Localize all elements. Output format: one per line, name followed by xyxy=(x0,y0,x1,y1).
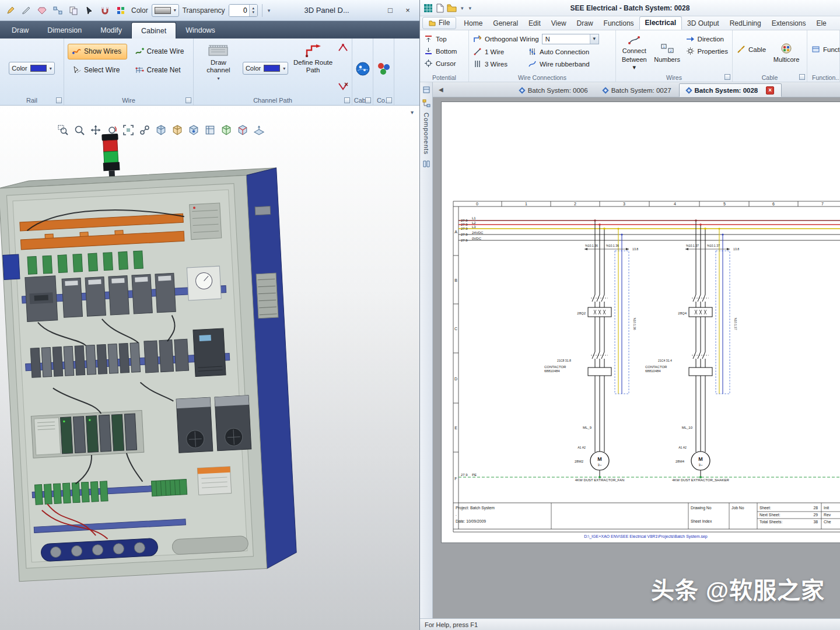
doc-tab-0027[interactable]: Batch System: 0027 xyxy=(596,83,679,97)
dialog-launcher-icon[interactable] xyxy=(56,97,62,103)
panel-menu-chevron-icon[interactable]: ▾ xyxy=(268,8,271,13)
multicore-label: Multicore xyxy=(774,56,800,63)
tab-3d-output[interactable]: 3D Output xyxy=(682,18,724,30)
drawing-canvas[interactable]: 0 1 2 3 4 5 6 7 A B C D E F xyxy=(433,97,840,618)
blade-icon[interactable] xyxy=(19,3,33,18)
tab-cabinet[interactable]: Cabinet xyxy=(131,22,176,38)
tab-draw[interactable]: Draw xyxy=(2,22,38,38)
cabinet-sphere-icon[interactable] xyxy=(355,61,370,76)
direction-button[interactable]: Direction xyxy=(684,33,730,45)
copy-icon[interactable] xyxy=(66,3,80,18)
connect-between-button[interactable]: Connect Between ▾ xyxy=(618,33,650,73)
tab-file[interactable]: File xyxy=(422,17,456,29)
tab-functions[interactable]: Functions xyxy=(598,18,639,30)
ribbon-collapse-chevron-icon[interactable]: ▾ xyxy=(411,109,414,116)
tab-draw[interactable]: Draw xyxy=(572,18,598,30)
dialog-launcher-icon[interactable] xyxy=(386,97,392,103)
route-tool-icon[interactable] xyxy=(338,43,348,52)
create-wire-button[interactable]: Create Wire xyxy=(131,44,190,60)
one-wire-button[interactable]: 1 Wire xyxy=(471,46,526,58)
transparency-stepper[interactable]: ▲▼ xyxy=(229,4,258,17)
chevron-down-icon: ▾ xyxy=(174,8,176,13)
see-ribbon: Top Bottom Cursor Potential Orthogonal W… xyxy=(420,30,840,82)
doc-tab-0006[interactable]: Batch System: 0006 xyxy=(512,83,596,97)
gem-icon[interactable] xyxy=(35,3,49,18)
toolbar-chevron-icon[interactable]: ▾ xyxy=(461,5,464,11)
dialog-launcher-icon[interactable] xyxy=(344,97,350,103)
tab-general[interactable]: General xyxy=(488,18,523,30)
dim-label: %10.1.36 xyxy=(585,244,598,247)
components-dots-icon[interactable] xyxy=(376,61,391,76)
transparency-input[interactable] xyxy=(229,5,249,16)
new-document-icon[interactable] xyxy=(436,4,444,13)
net-icon xyxy=(135,66,144,75)
tab-electrical[interactable]: Electrical xyxy=(639,16,682,30)
channel-icon xyxy=(208,44,228,57)
tab-home[interactable]: Home xyxy=(459,18,488,30)
top-button[interactable]: Top xyxy=(422,33,466,45)
tab-modify[interactable]: Modify xyxy=(91,22,131,38)
dialog-launcher-icon[interactable] xyxy=(365,97,371,103)
tab-redlining[interactable]: RedLining xyxy=(724,18,766,30)
tab-extensions[interactable]: Extensions xyxy=(766,18,811,30)
spinner-arrows-icon[interactable]: ▲▼ xyxy=(249,5,257,16)
panel-pin-icon[interactable] xyxy=(422,86,430,94)
panel-book-icon[interactable] xyxy=(422,160,430,168)
components-panel-strip: Components xyxy=(420,82,433,618)
open-folder-icon[interactable] xyxy=(447,4,457,12)
cable-button[interactable]: Cable xyxy=(735,43,768,55)
show-wires-button[interactable]: Show Wires xyxy=(68,44,127,60)
wire-rubberband-button[interactable]: Wire rubberband xyxy=(526,58,592,70)
orthogonal-wiring-row[interactable]: Orthogonal Wiring N ▼ xyxy=(471,33,613,45)
pencil-icon[interactable] xyxy=(4,3,18,18)
dialog-launcher-icon[interactable] xyxy=(799,74,805,80)
tab-scroll-left-icon[interactable]: ◀ xyxy=(439,86,443,93)
bottom-button[interactable]: Bottom xyxy=(422,45,466,57)
tab-view[interactable]: View xyxy=(546,18,572,30)
schematic-sheet[interactable]: 0 1 2 3 4 5 6 7 A B C D E F xyxy=(442,102,840,542)
3d-viewport[interactable]: ▾ xyxy=(0,106,419,630)
tab-dimension[interactable]: Dimension xyxy=(38,22,91,38)
wire-ref: 27.9 xyxy=(461,239,468,242)
create-net-button[interactable]: Create Net xyxy=(131,62,190,78)
cabinet-3d-view[interactable] xyxy=(0,131,315,607)
maximize-button[interactable]: □ xyxy=(382,4,398,17)
route-delete-icon[interactable] xyxy=(338,82,348,91)
panel-tree-icon[interactable] xyxy=(422,99,430,107)
row-label: E xyxy=(454,426,457,430)
properties-button[interactable]: Properties xyxy=(684,45,730,57)
define-route-path-button[interactable]: Define Route Path xyxy=(291,42,335,94)
one-wire-icon xyxy=(473,47,482,56)
orthogonal-wiring-select[interactable]: N ▼ xyxy=(542,34,599,44)
nodes-icon[interactable] xyxy=(51,3,65,18)
rail-color-select[interactable]: Color ▾ xyxy=(9,62,54,75)
dialog-launcher-icon[interactable] xyxy=(186,97,191,103)
ribbon-group-cable: Cable Multicore Cable xyxy=(733,30,807,82)
wire-ref: 27.9 xyxy=(461,233,468,236)
function-button[interactable]: Functio xyxy=(810,43,837,55)
dialog-launcher-icon[interactable] xyxy=(724,74,730,80)
cursor-button[interactable]: Cursor xyxy=(422,57,466,69)
tab-edit[interactable]: Edit xyxy=(523,18,546,30)
tab-windows[interactable]: Windows xyxy=(176,22,225,38)
select-wire-button[interactable]: Select Wire xyxy=(68,62,127,78)
palette-icon[interactable] xyxy=(114,3,128,18)
tab-electrical-cut[interactable]: Ele xyxy=(811,18,831,30)
numbers-button[interactable]: 12 Numbers xyxy=(652,33,683,73)
schematic-drawing[interactable]: 0 1 2 3 4 5 6 7 A B C D E F xyxy=(442,102,840,542)
toolbar-chevron-icon[interactable]: ▾ xyxy=(469,5,472,11)
close-document-icon[interactable]: × xyxy=(766,86,774,94)
doc-tab-0028[interactable]: Batch System: 0028 × xyxy=(679,83,782,97)
components-panel-tab[interactable]: Components xyxy=(423,113,430,155)
auto-connection-button[interactable]: Auto Connection xyxy=(526,46,592,58)
three-wires-button[interactable]: 3 Wires xyxy=(471,58,526,70)
magnet-icon[interactable] xyxy=(98,3,112,18)
close-button[interactable]: × xyxy=(400,4,416,17)
cursor-icon[interactable] xyxy=(82,3,96,18)
titlebar-color-select[interactable]: ▾ xyxy=(152,4,179,17)
draw-channel-button[interactable]: Draw channel ▾ xyxy=(197,42,240,94)
multicore-button[interactable]: Multicore xyxy=(770,33,803,73)
channel-color-select[interactable]: Color ▾ xyxy=(243,62,288,75)
one-wire-label: 1 Wire xyxy=(485,48,504,55)
cursor-label: Cursor xyxy=(436,60,456,67)
